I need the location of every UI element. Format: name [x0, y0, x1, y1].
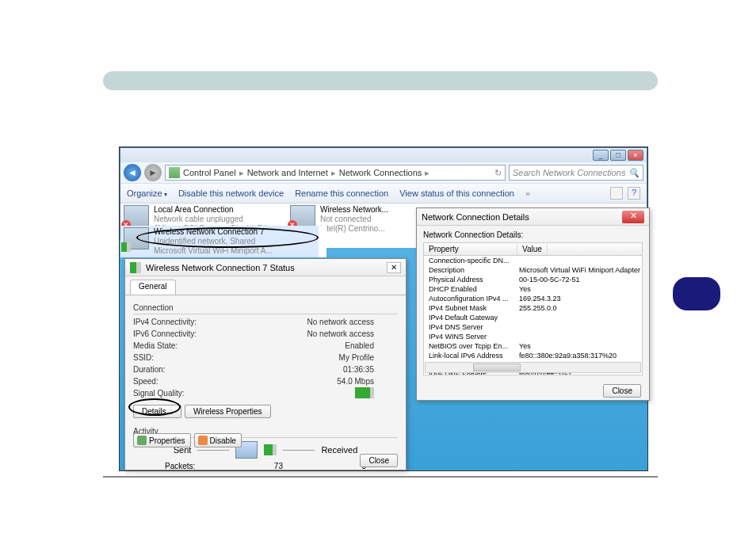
value-cell: Yes: [517, 284, 642, 294]
doc-header-bar: [103, 71, 658, 90]
status-dialog-titlebar: Wireless Network Connection 7 Status ✕: [125, 259, 406, 276]
search-input[interactable]: Search Network Connections 🔍: [509, 165, 643, 181]
connection-group-label: Connection: [133, 303, 398, 314]
media-state-value: Enabled: [228, 340, 398, 352]
property-cell: DHCP Enabled: [424, 284, 517, 294]
toolbar-more-icon[interactable]: »: [525, 188, 530, 198]
horizontal-scrollbar[interactable]: [425, 362, 641, 373]
column-value[interactable]: Value: [517, 243, 548, 255]
control-panel-icon: [169, 167, 180, 178]
organize-menu[interactable]: Organize: [127, 188, 167, 198]
status-tabstrip: General: [125, 280, 406, 295]
connection-title: Wireless Network...: [320, 205, 388, 215]
dialog-close-button[interactable]: ✕: [622, 211, 644, 223]
property-cell: Autoconfiguration IPv4 ...: [424, 294, 517, 303]
minimize-button[interactable]: _: [593, 150, 609, 161]
connection-device: Intel(R) Centrino...: [320, 224, 388, 234]
back-button[interactable]: ◄: [124, 164, 141, 181]
help-icon[interactable]: ?: [628, 187, 640, 200]
ipv4-value: No network access: [228, 316, 398, 328]
screenshot-desktop: _ □ × ◄ ► Control Panel▸Network and Inte…: [119, 147, 648, 471]
window-titlebar: _ □ ×: [120, 148, 647, 162]
ipv6-label: IPv6 Connectivity:: [133, 328, 228, 340]
received-label: Received: [321, 445, 357, 455]
forward-button[interactable]: ►: [144, 164, 162, 181]
ssid-label: SSID:: [133, 352, 228, 364]
column-property[interactable]: Property: [424, 243, 517, 255]
table-row: NetBIOS over Tcpip En...Yes: [424, 341, 642, 351]
dialog-close-button[interactable]: ✕: [387, 262, 401, 273]
disable-device-button[interactable]: Disable this network device: [178, 188, 284, 198]
details-label: Network Connection Details:: [423, 230, 643, 239]
property-cell: Link-local IPv6 Address: [424, 351, 517, 360]
value-cell: [517, 322, 642, 332]
signal-quality-label: Signal Quality:: [133, 387, 228, 402]
disable-icon: [198, 436, 208, 445]
network-adapter-icon: [124, 227, 149, 249]
table-row: Link-local IPv6 Addressfe80::380e:92a9:a…: [424, 351, 642, 360]
refresh-icon[interactable]: ↻: [494, 168, 502, 178]
connection-title: Local Area Connection: [154, 205, 282, 215]
property-cell: IPv4 Subnet Mask: [424, 303, 517, 313]
breadcrumb-1[interactable]: Control Panel: [183, 168, 236, 177]
duration-label: Duration:: [133, 364, 228, 375]
address-bar-row: ◄ ► Control Panel▸Network and Internet▸N…: [120, 162, 647, 183]
signal-bars-icon: [264, 444, 277, 455]
breadcrumb-bar[interactable]: Control Panel▸Network and Internet▸Netwo…: [165, 165, 506, 181]
value-cell: [517, 256, 642, 265]
breadcrumb-3[interactable]: Network Connections: [339, 168, 422, 177]
value-cell: 169.254.3.23: [517, 294, 642, 303]
value-cell: [517, 332, 642, 341]
wireless-properties-button[interactable]: Wireless Properties: [185, 405, 271, 418]
close-button[interactable]: Close: [603, 384, 641, 398]
signal-bars-icon: [130, 262, 141, 273]
view-status-button[interactable]: View status of this connection: [399, 188, 514, 198]
tab-general[interactable]: General: [130, 280, 176, 295]
search-icon: 🔍: [628, 168, 640, 178]
doc-footer-line: [103, 476, 658, 478]
close-button[interactable]: Close: [360, 454, 398, 467]
signal-bars-icon: [355, 387, 374, 398]
duration-value: 01:36:35: [228, 364, 398, 375]
table-row: Physical Address00-15-00-5C-72-51: [424, 275, 642, 284]
connection-title: Wireless Network Connection 7: [154, 227, 273, 237]
media-state-label: Media State:: [133, 340, 228, 352]
details-dialog-titlebar: Network Connection Details ✕: [417, 208, 649, 226]
signal-quality-value: [228, 387, 398, 402]
property-cell: IPv4 DNS Server: [424, 322, 517, 332]
table-row: IPv4 WINS Server: [424, 332, 642, 341]
value-cell: [517, 313, 642, 322]
details-dialog-title: Network Connection Details: [422, 212, 529, 222]
properties-button[interactable]: Properties: [133, 433, 191, 447]
status-dialog: Wireless Network Connection 7 Status ✕ G…: [124, 258, 407, 470]
property-cell: IPv4 Default Gateway: [424, 313, 517, 322]
maximize-button[interactable]: □: [610, 150, 626, 161]
close-button[interactable]: ×: [628, 150, 643, 161]
rename-connection-button[interactable]: Rename this connection: [295, 188, 388, 198]
table-row: IPv4 Default Gateway: [424, 313, 642, 322]
connection-device: Microsoft Virtual WiFi Miniport A...: [154, 246, 273, 256]
table-row: IPv4 Subnet Mask255.255.0.0: [424, 303, 642, 313]
breadcrumb-2[interactable]: Network and Internet: [247, 168, 328, 177]
properties-icon: [137, 436, 147, 445]
ipv6-value: No network access: [228, 328, 398, 340]
disable-button[interactable]: Disable: [194, 433, 242, 447]
details-button[interactable]: Details...: [133, 405, 181, 418]
value-cell: Yes: [517, 341, 642, 351]
connection-status: Network cable unplugged: [154, 215, 282, 224]
packets-label: Packets:: [165, 462, 195, 470]
search-placeholder: Search Network Connections: [513, 168, 625, 177]
table-row: Autoconfiguration IPv4 ...169.254.3.23: [424, 294, 642, 303]
table-row: Connection-specific DN...: [424, 256, 642, 265]
property-cell: IPv4 WINS Server: [424, 332, 517, 341]
scrollbar-thumb[interactable]: [473, 364, 521, 371]
ssid-value: My Profile: [228, 352, 398, 364]
network-adapter-icon: [290, 205, 315, 227]
connection-status: Not connected: [320, 215, 388, 224]
value-cell: Microsoft Virtual WiFi Miniport Adapter …: [517, 265, 642, 275]
connection-item-wifi7[interactable]: Wireless Network Connection 7 Unidentifi…: [120, 226, 319, 257]
table-row: DescriptionMicrosoft Virtual WiFi Minipo…: [424, 265, 642, 275]
view-icon[interactable]: [610, 187, 623, 200]
value-cell: 255.255.0.0: [517, 303, 642, 313]
status-dialog-title: Wireless Network Connection 7 Status: [146, 263, 295, 272]
